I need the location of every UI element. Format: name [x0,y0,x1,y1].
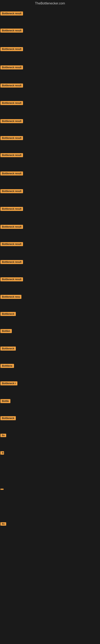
bottleneck-item: Bottle [0,399,10,404]
bottleneck-item: Bottleneck result [0,277,23,282]
bottleneck-badge: Bottleneck result [0,119,23,123]
bottleneck-item: Bottleneck result [0,172,23,176]
bottleneck-badge: Bottleneck result [0,242,23,246]
bottleneck-badge: B [0,451,4,454]
bottleneck-badge: Bo [0,434,6,437]
bottleneck-item [0,487,3,491]
bottleneck-item: Botttlene [0,364,14,369]
bottleneck-badge: Bottleneck result [0,66,23,70]
bottleneck-badge: Bottleneck [0,416,16,420]
bottleneck-badge: Bottlen [0,329,12,333]
bottleneck-item: Bottleneck [0,416,16,421]
bottleneck-badge: Bottleneck result [0,172,23,176]
bottleneck-item: Bottleneck result [0,28,23,34]
bottleneck-badge: Bottleneck result [0,260,23,264]
bottleneck-item: Bottleneck result [0,136,23,141]
bottleneck-badge: Bottleneck result [0,84,23,88]
site-title: TheBottlenecker.com [0,0,100,6]
bottleneck-badge: Bottleneck result [0,47,23,51]
bottleneck-item: Bottleneck result [0,153,23,158]
bottleneck-badge: Bottleneck result [0,189,23,193]
bottleneck-item: Bo [0,434,6,438]
bottleneck-badge: Bottleneck result [0,12,23,16]
bottleneck-badge: Bottleneck [0,346,16,350]
bottleneck-item: Bottleneck result [0,225,23,230]
bottleneck-badge: Bottleneck result [0,136,23,140]
bottleneck-badge: Bottleneck resu [0,295,21,299]
bottleneck-item: Bottleneck [0,346,16,352]
bottleneck-item: Bottleneck resu [0,295,21,300]
bottleneck-badge: Bottleneck result [0,207,23,211]
bottleneck-item: Bo [0,522,6,526]
bottleneck-item: Bottleneck result [0,260,23,265]
bottleneck-item: Bottleneck result [0,84,23,88]
bottleneck-badge: Bottleneck result [0,277,23,281]
bottleneck-item: Bottleneck r [0,381,17,386]
bottleneck-badge: Bo [0,522,6,526]
bottleneck-badge: Bottleneck result [0,28,23,32]
bottleneck-badge: Bottleneck result [0,153,23,157]
bottleneck-item: Bottlen [0,329,12,334]
bottleneck-badge: Bottleneck r [0,381,17,386]
bottleneck-badge: Bottleneck result [0,101,23,105]
bottleneck-item: Bottleneck result [0,66,23,70]
bottleneck-item: B [0,451,4,456]
bottleneck-badge: Bottleneck [0,312,16,316]
bottleneck-item: Bottleneck result [0,47,23,52]
bottleneck-badge [0,489,3,490]
bottleneck-item: Bottleneck result [0,207,23,212]
bottleneck-item: Bottleneck result [0,189,23,194]
bottleneck-item: Bottleneck result [0,242,23,247]
bottleneck-item: Bottleneck result [0,101,23,106]
bottleneck-item: Bottleneck result [0,119,23,124]
bottleneck-badge: Bottleneck result [0,225,23,229]
bottleneck-item: Bottleneck result [0,12,23,16]
bottleneck-item: Bottleneck [0,312,16,317]
bottleneck-badge: Botttlene [0,364,14,368]
bottleneck-badge: Bottle [0,399,10,403]
